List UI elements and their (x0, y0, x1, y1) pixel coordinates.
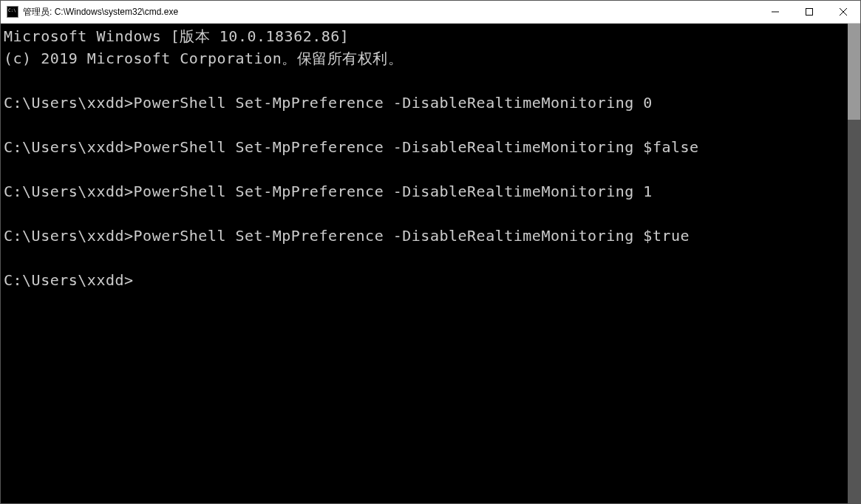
command-input: PowerShell Set-MpPreference -DisableReal… (134, 227, 690, 245)
header-line-2: (c) 2019 Microsoft Corporation。保留所有权利。 (4, 50, 403, 67)
maximize-icon (806, 8, 813, 16)
maximize-button[interactable] (792, 1, 826, 23)
header-line-1: Microsoft Windows [版本 10.0.18362.86] (4, 27, 349, 45)
minimize-icon (772, 8, 779, 16)
command-input: PowerShell Set-MpPreference -DisableReal… (134, 183, 653, 200)
window-controls (758, 1, 860, 23)
terminal-content: Microsoft Windows [版本 10.0.18362.86] (c)… (4, 25, 857, 291)
svg-rect-1 (806, 9, 813, 16)
close-button[interactable] (826, 1, 860, 23)
titlebar-left: 管理员: C:\Windows\system32\cmd.exe (1, 6, 178, 18)
titlebar[interactable]: 管理员: C:\Windows\system32\cmd.exe (1, 1, 860, 24)
prompt: C:\Users\xxdd> (4, 183, 134, 200)
minimize-button[interactable] (758, 1, 792, 23)
command-input: PowerShell Set-MpPreference -DisableReal… (134, 138, 699, 156)
terminal-area[interactable]: Microsoft Windows [版本 10.0.18362.86] (c)… (1, 24, 860, 503)
cmd-icon (7, 6, 18, 18)
prompt: C:\Users\xxdd> (4, 138, 134, 156)
scrollbar-thumb[interactable] (848, 24, 860, 120)
current-prompt: C:\Users\xxdd> (4, 271, 134, 289)
window-title: 管理员: C:\Windows\system32\cmd.exe (23, 6, 178, 18)
prompt: C:\Users\xxdd> (4, 94, 134, 112)
close-icon (840, 8, 847, 16)
command-input: PowerShell Set-MpPreference -DisableReal… (134, 94, 653, 112)
prompt: C:\Users\xxdd> (4, 227, 134, 245)
cmd-window: 管理员: C:\Windows\system32\cmd.exe Mi (0, 0, 861, 504)
vertical-scrollbar[interactable] (848, 24, 860, 503)
